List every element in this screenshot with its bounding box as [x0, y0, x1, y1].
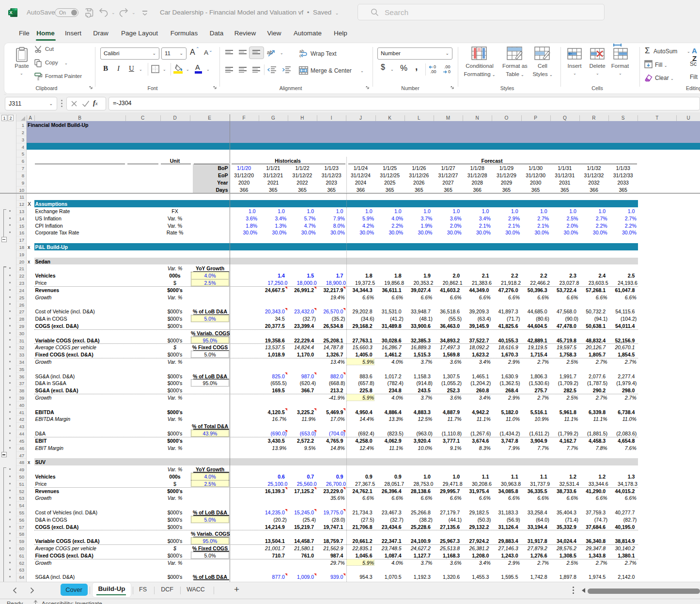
- svg-text:X: X: [9, 10, 13, 15]
- svg-text:.00: .00: [444, 64, 451, 69]
- svg-text:0: 0: [434, 64, 436, 69]
- svg-text:.00: .00: [430, 69, 436, 74]
